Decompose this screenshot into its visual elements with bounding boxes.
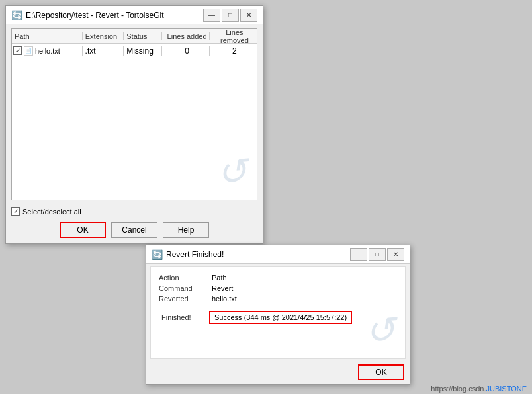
minimize-btn-1[interactable]: — bbox=[203, 9, 220, 22]
action-label: Action bbox=[156, 272, 209, 283]
file-lines-removed: 2 bbox=[210, 46, 257, 56]
finished-bottom: OK bbox=[146, 362, 410, 384]
url-text: https://blog.csdn. bbox=[431, 385, 486, 393]
file-path-cell: 📄 hello.txt bbox=[12, 46, 83, 56]
reverted-label: Reverted bbox=[156, 294, 209, 304]
info-grid: Action Path Command Revert Reverted hell… bbox=[151, 267, 405, 309]
window-title-2: Revert Finished! bbox=[166, 250, 350, 259]
file-checkbox[interactable] bbox=[13, 46, 22, 55]
close-btn-2[interactable]: ✕ bbox=[387, 248, 404, 261]
file-name: hello.txt bbox=[35, 47, 60, 55]
app-icon-2: 🔄 bbox=[152, 249, 162, 260]
select-all-text: Select/deselect all bbox=[22, 208, 81, 216]
finished-label: Finished! bbox=[161, 313, 209, 321]
title-bar-1: 🔄 E:\Repository\test - Revert - Tortoise… bbox=[6, 6, 263, 24]
finished-value: Success (344 ms @ 2021/4/25 15:57:22) bbox=[209, 311, 352, 324]
watermark-arrow: ↺ bbox=[214, 149, 248, 194]
title-controls-1: — □ ✕ bbox=[203, 9, 257, 22]
button-row-1: OK Cancel Help bbox=[6, 218, 263, 243]
col-header-extension: Extension bbox=[83, 32, 124, 40]
title-controls-2: — □ ✕ bbox=[350, 248, 404, 261]
maximize-btn-1[interactable]: □ bbox=[222, 9, 239, 22]
table-row[interactable]: 📄 hello.txt .txt Missing 0 2 bbox=[12, 44, 257, 58]
table-header: Path Extension Status Lines added Lines … bbox=[12, 29, 257, 44]
col-header-path: Path bbox=[12, 32, 83, 40]
file-table: Path Extension Status Lines added Lines … bbox=[11, 28, 257, 200]
reverted-value: hello.txt bbox=[209, 294, 400, 304]
action-value: Path bbox=[209, 272, 400, 283]
app-icon-1: 🔄 bbox=[11, 10, 22, 20]
file-status: Missing bbox=[124, 46, 162, 56]
file-icon: 📄 bbox=[24, 46, 33, 56]
col-header-lines-removed: Lines removed bbox=[210, 28, 257, 44]
finished-body: Action Path Command Revert Reverted hell… bbox=[150, 266, 406, 359]
minimize-btn-2[interactable]: — bbox=[350, 248, 367, 261]
select-all-checkbox[interactable] bbox=[11, 207, 20, 216]
url-bar: https://blog.csdn.JUBISTONE bbox=[431, 385, 527, 393]
cancel-button-1[interactable]: Cancel bbox=[111, 222, 157, 238]
bottom-controls: Select/deselect all bbox=[6, 204, 263, 218]
window-title-1: E:\Repository\test - Revert - TortoiseGi… bbox=[26, 11, 203, 20]
finished-window: 🔄 Revert Finished! — □ ✕ Action Path Com… bbox=[146, 245, 410, 385]
select-all-label[interactable]: Select/deselect all bbox=[11, 207, 81, 216]
ok-button-2[interactable]: OK bbox=[358, 364, 404, 380]
url-link: JUBISTONE bbox=[486, 385, 527, 393]
file-lines-added: 0 bbox=[162, 46, 209, 56]
finished-row: Finished! Success (344 ms @ 2021/4/25 15… bbox=[156, 309, 400, 325]
help-button-1[interactable]: Help bbox=[163, 222, 209, 238]
title-bar-2: 🔄 Revert Finished! — □ ✕ bbox=[146, 245, 410, 264]
col-header-status: Status bbox=[124, 32, 162, 40]
revert-window: 🔄 E:\Repository\test - Revert - Tortoise… bbox=[5, 5, 263, 244]
file-extension: .txt bbox=[83, 46, 124, 56]
close-btn-1[interactable]: ✕ bbox=[240, 9, 257, 22]
col-header-lines-added: Lines added bbox=[162, 32, 209, 40]
command-label: Command bbox=[156, 283, 209, 294]
ok-button-1[interactable]: OK bbox=[60, 222, 106, 238]
maximize-btn-2[interactable]: □ bbox=[369, 248, 386, 261]
command-value: Revert bbox=[209, 283, 400, 294]
